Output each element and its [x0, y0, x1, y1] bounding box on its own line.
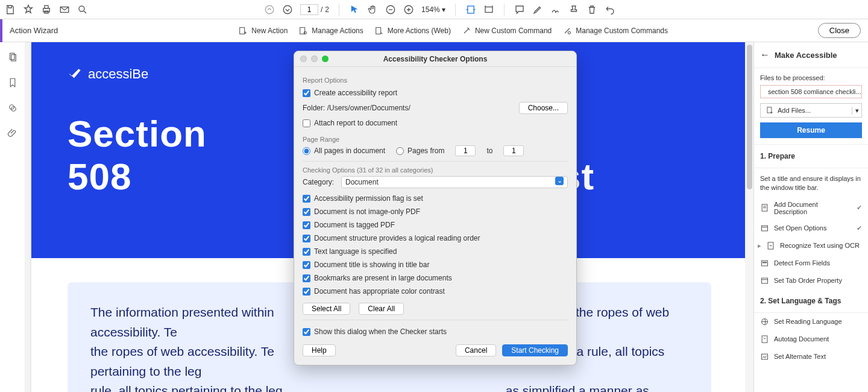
- sign-icon[interactable]: [550, 4, 561, 15]
- from-input[interactable]: [455, 145, 476, 156]
- window-close-icon[interactable]: [300, 55, 307, 62]
- dialog-title: Accessibility Checker Options: [383, 55, 488, 63]
- delete-icon[interactable]: [587, 4, 597, 15]
- search-icon[interactable]: [77, 4, 88, 15]
- window-maximize-icon[interactable]: [322, 55, 329, 62]
- left-rail: [0, 42, 25, 392]
- add-files-dropdown[interactable]: ▾: [852, 107, 861, 115]
- check-label-0: Accessibility permission flag is set: [314, 194, 423, 203]
- print-icon[interactable]: [41, 4, 52, 15]
- check-item-3: Document structure provides a logical re…: [303, 232, 568, 245]
- file-chip[interactable]: section 508 comliance checkli...: [760, 85, 862, 98]
- item-add-description[interactable]: Add Document Description✔: [754, 197, 868, 220]
- start-checking-button[interactable]: Start Checking: [502, 344, 568, 356]
- svg-rect-24: [762, 261, 768, 266]
- svg-rect-16: [10, 53, 14, 60]
- check-7[interactable]: [303, 288, 310, 296]
- svg-point-4: [79, 6, 84, 11]
- clear-all-button[interactable]: Clear All: [359, 303, 404, 315]
- step1-desc: Set a title and ensure it displays in th…: [754, 168, 868, 197]
- item-tab[interactable]: Set Tab Order Property: [754, 272, 868, 289]
- left-indicator: [0, 19, 2, 42]
- svg-rect-11: [240, 27, 245, 34]
- scrollbar[interactable]: [745, 42, 753, 392]
- create-report-label: Create accessibility report: [314, 89, 397, 97]
- select-all-button[interactable]: Select All: [303, 303, 350, 315]
- pages-icon[interactable]: [7, 52, 18, 63]
- item-form[interactable]: Detect Form Fields: [754, 254, 868, 272]
- category-select[interactable]: Document: [341, 176, 568, 188]
- highlight-icon[interactable]: [532, 4, 543, 15]
- page-range-label: Page Range: [303, 136, 568, 143]
- window-minimize-icon[interactable]: [311, 55, 318, 62]
- show-dialog-label: Show this dialog when the Checker starts: [314, 327, 447, 336]
- bookmark-icon[interactable]: [7, 77, 18, 88]
- stamp-icon[interactable]: [568, 4, 579, 15]
- help-button[interactable]: Help: [303, 344, 336, 356]
- new-action-button[interactable]: New Action: [238, 26, 288, 36]
- page-down-icon[interactable]: [282, 4, 293, 15]
- svg-rect-17: [11, 55, 16, 62]
- item-alt[interactable]: Set Alternate Text: [754, 348, 868, 365]
- check-3[interactable]: [303, 235, 310, 242]
- item-set-open[interactable]: Set Open Options✔: [754, 220, 868, 237]
- svg-rect-29: [762, 354, 768, 359]
- save-icon[interactable]: [5, 4, 16, 15]
- page-indicator: / 2: [300, 4, 329, 15]
- zoom-select[interactable]: 154% ▾: [421, 5, 445, 14]
- svg-rect-10: [485, 7, 492, 12]
- choose-button[interactable]: Choose...: [519, 102, 568, 114]
- undo-icon[interactable]: [605, 4, 615, 15]
- svg-rect-20: [767, 107, 772, 113]
- check-item-7: Document has appropriate color contrast: [303, 285, 568, 298]
- mail-icon[interactable]: [59, 4, 70, 15]
- check-0[interactable]: [303, 195, 310, 203]
- check-2[interactable]: [303, 221, 310, 229]
- manage-custom-commands-button[interactable]: Manage Custom Commands: [562, 26, 668, 36]
- manage-actions-button[interactable]: Manage Actions: [298, 26, 363, 36]
- item-autotag[interactable]: Autotag Document: [754, 330, 868, 348]
- svg-point-6: [283, 5, 292, 14]
- check-1[interactable]: [303, 208, 310, 216]
- close-button[interactable]: Close: [818, 23, 861, 38]
- check-4[interactable]: [303, 248, 310, 256]
- show-dialog-checkbox[interactable]: [303, 328, 310, 336]
- back-icon[interactable]: ←: [760, 49, 770, 60]
- check-label-1: Document is not image-only PDF: [314, 207, 420, 216]
- item-lang[interactable]: Set Reading Language: [754, 313, 868, 330]
- check-item-1: Document is not image-only PDF: [303, 205, 568, 218]
- all-pages-radio[interactable]: All pages in document: [303, 145, 385, 156]
- pages-from-radio[interactable]: Pages from: [396, 145, 444, 156]
- create-report-checkbox[interactable]: [303, 89, 310, 97]
- check-6[interactable]: [303, 274, 310, 282]
- svg-rect-1: [45, 5, 48, 8]
- layers-icon[interactable]: [7, 103, 18, 113]
- scrollbar-thumb[interactable]: [747, 45, 752, 189]
- to-input[interactable]: [503, 145, 524, 156]
- check-5[interactable]: [303, 261, 310, 269]
- resume-button[interactable]: Resume: [760, 122, 862, 138]
- right-panel: ← Make Accessible Files to be processed:…: [753, 42, 868, 392]
- comment-icon[interactable]: [514, 4, 525, 15]
- fit-width-icon[interactable]: [465, 4, 476, 15]
- new-custom-command-button[interactable]: New Custom Command: [462, 26, 552, 36]
- item-ocr[interactable]: ▸Recognize Text using OCR: [754, 237, 868, 254]
- hand-icon[interactable]: [367, 4, 378, 15]
- zoom-in-icon[interactable]: [403, 4, 414, 15]
- fit-page-icon[interactable]: [483, 4, 494, 15]
- right-panel-header: ← Make Accessible: [754, 42, 868, 68]
- page-up-icon[interactable]: [264, 4, 275, 15]
- check-item-4: Text language is specified: [303, 245, 568, 258]
- attachment-icon[interactable]: [7, 128, 18, 139]
- attach-report-checkbox[interactable]: [303, 119, 310, 127]
- zoom-out-icon[interactable]: [385, 4, 396, 15]
- check-item-5: Document title is showing in title bar: [303, 258, 568, 271]
- add-files-button[interactable]: Add Files... ▾: [760, 103, 862, 118]
- step2-title: 2. Set Language & Tags: [754, 289, 868, 313]
- page-input[interactable]: [300, 4, 318, 15]
- pointer-icon[interactable]: [349, 4, 360, 15]
- more-actions-button[interactable]: More Actions (Web): [374, 26, 451, 36]
- folder-label: Folder: /Users/owner/Documents/: [303, 104, 410, 112]
- cancel-button[interactable]: Cancel: [456, 344, 496, 356]
- star-icon[interactable]: [23, 4, 34, 15]
